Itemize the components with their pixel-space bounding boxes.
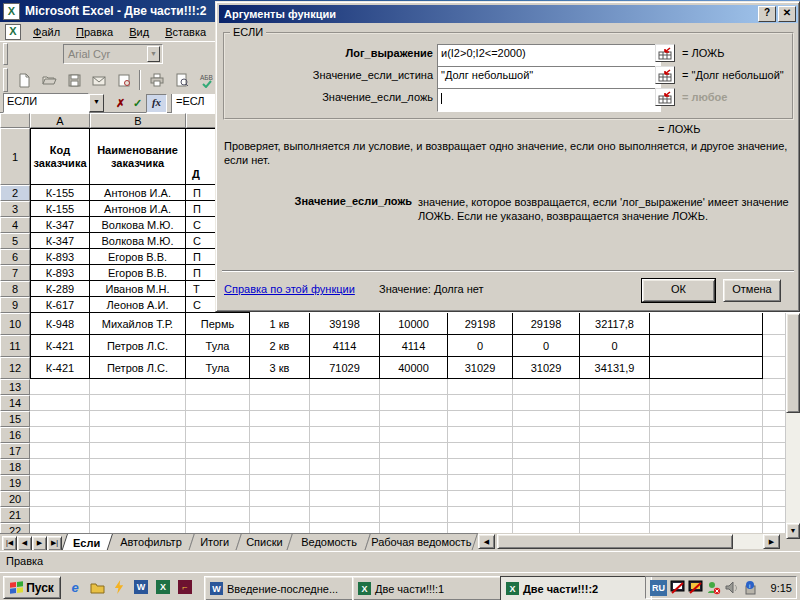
new-document-icon[interactable] (12, 69, 35, 91)
dialog-help-icon[interactable]: ? (758, 6, 776, 22)
sheet-tab-esli[interactable]: Если (61, 534, 113, 550)
cell[interactable]: 0 (448, 335, 513, 357)
select-all-corner[interactable] (0, 113, 30, 128)
cell[interactable]: 31029 (513, 357, 580, 379)
row-header[interactable]: 4 (0, 217, 30, 233)
cell[interactable] (580, 475, 650, 491)
menu-view[interactable]: Вид (122, 24, 156, 40)
insert-function-button[interactable]: fx (146, 94, 167, 113)
cell[interactable] (513, 491, 580, 507)
row-header[interactable]: 15 (0, 411, 30, 427)
cell[interactable] (310, 379, 380, 395)
cell[interactable]: 4114 (310, 335, 380, 357)
cell[interactable]: 10000 (380, 313, 448, 335)
cell[interactable] (448, 459, 513, 475)
cell[interactable] (90, 411, 186, 427)
cell[interactable] (763, 427, 786, 443)
cell[interactable] (763, 507, 786, 523)
cell[interactable] (30, 443, 90, 459)
cancel-button[interactable]: Отмена (723, 279, 781, 302)
cell[interactable] (513, 443, 580, 459)
cell[interactable] (650, 411, 763, 427)
folder-icon[interactable] (88, 578, 106, 596)
cell[interactable] (310, 491, 380, 507)
cell[interactable]: 71029 (310, 357, 380, 379)
cell[interactable]: К-347 (30, 217, 90, 233)
cell[interactable] (186, 395, 250, 411)
cell[interactable] (650, 395, 763, 411)
cell[interactable] (763, 379, 786, 395)
cell[interactable] (513, 411, 580, 427)
cell[interactable] (186, 427, 250, 443)
cell[interactable] (90, 395, 186, 411)
cell[interactable] (310, 395, 380, 411)
cell[interactable] (650, 379, 763, 395)
cell[interactable] (250, 379, 310, 395)
word-icon[interactable]: W (132, 578, 150, 596)
cell[interactable] (250, 395, 310, 411)
tray-volume-icon[interactable] (724, 580, 739, 595)
cell[interactable] (250, 507, 310, 523)
cell[interactable] (650, 313, 763, 335)
tab-scroll-left-icon[interactable]: ◀ (17, 536, 32, 550)
vertical-scrollbar-thumb[interactable] (786, 313, 800, 413)
cell[interactable] (448, 395, 513, 411)
cell[interactable]: 4114 (380, 335, 448, 357)
cell[interactable] (380, 507, 448, 523)
cell[interactable] (250, 475, 310, 491)
cell[interactable] (90, 475, 186, 491)
internet-explorer-icon[interactable]: e (66, 578, 84, 596)
ok-button[interactable]: ОК (642, 279, 715, 302)
arg-input-log-expression[interactable]: и(I2>0;I2<=2000) (437, 44, 661, 68)
cell[interactable] (90, 443, 186, 459)
cell[interactable]: Леонов А.И. (90, 297, 186, 313)
cell[interactable] (650, 443, 763, 459)
cell[interactable]: 31029 (448, 357, 513, 379)
row-header[interactable]: 6 (0, 249, 30, 265)
row-header[interactable]: 14 (0, 395, 30, 411)
cell[interactable] (90, 523, 186, 533)
cell[interactable]: 0 (580, 335, 650, 357)
workbook-icon[interactable]: X (5, 24, 21, 40)
open-folder-icon[interactable] (37, 69, 60, 91)
cell[interactable] (763, 411, 786, 427)
cell[interactable] (650, 523, 763, 533)
cell[interactable]: К-347 (30, 233, 90, 249)
search-icon[interactable] (112, 69, 135, 91)
cancel-entry-icon[interactable]: ✗ (112, 95, 129, 111)
cell[interactable] (186, 523, 250, 533)
cell[interactable]: К-155 (30, 185, 90, 201)
language-indicator[interactable]: RU (650, 580, 667, 596)
row-header[interactable]: 22 (0, 523, 30, 533)
cell[interactable]: 32117,8 (580, 313, 650, 335)
save-icon[interactable] (62, 69, 85, 91)
cell[interactable]: Тула (186, 335, 250, 357)
cell[interactable]: К-421 (30, 357, 90, 379)
cell[interactable] (310, 411, 380, 427)
cell[interactable]: 39198 (310, 313, 380, 335)
cell[interactable]: Волкова М.Ю. (90, 217, 186, 233)
cell[interactable] (186, 491, 250, 507)
sheet-tab-itogi[interactable]: Итоги (188, 534, 242, 550)
cell[interactable] (90, 459, 186, 475)
cell[interactable] (513, 475, 580, 491)
cell[interactable] (90, 507, 186, 523)
cell[interactable] (310, 475, 380, 491)
cell[interactable] (513, 427, 580, 443)
cell[interactable] (30, 411, 90, 427)
cell[interactable] (250, 411, 310, 427)
scroll-left-icon[interactable]: ◀ (478, 534, 495, 549)
sheet-tab-vedomost[interactable]: Ведомость (286, 534, 371, 550)
cell[interactable]: Пермь (186, 313, 250, 335)
cell[interactable] (310, 443, 380, 459)
tray-updates-icon[interactable]: i (742, 580, 757, 595)
cell[interactable] (380, 523, 448, 533)
cell[interactable] (763, 459, 786, 475)
cell[interactable]: 1 кв (250, 313, 310, 335)
taskbar-task-excel-2[interactable]: X Две части!!!:2 (500, 576, 652, 600)
cell[interactable] (513, 379, 580, 395)
cell[interactable] (310, 507, 380, 523)
cell[interactable] (650, 357, 763, 379)
collapse-dialog-icon[interactable] (655, 66, 675, 84)
cell[interactable]: Волкова М.Ю. (90, 233, 186, 249)
